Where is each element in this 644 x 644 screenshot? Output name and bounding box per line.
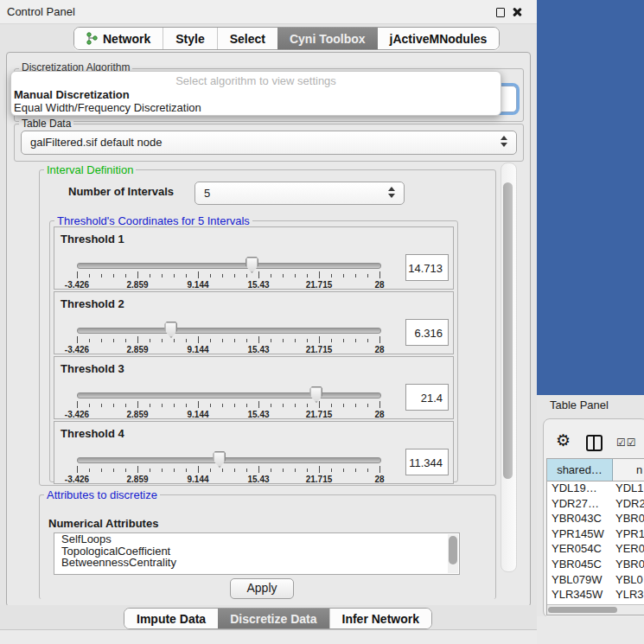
- slider-track[interactable]: [77, 263, 381, 269]
- tab-impute-data[interactable]: Impute Data: [124, 609, 218, 628]
- tab-discretize-data[interactable]: Discretize Data: [218, 609, 328, 628]
- tick-mark: [186, 469, 187, 472]
- close-icon[interactable]: [512, 7, 522, 17]
- table-data-combobox[interactable]: galFiltered.sif default node: [21, 131, 517, 155]
- tick-mark: [367, 404, 368, 407]
- number-of-intervals-spinner[interactable]: 5: [194, 182, 405, 205]
- tick-label: -3.426: [65, 475, 89, 484]
- tick-mark: [343, 404, 344, 407]
- tick-mark: [150, 404, 150, 407]
- attributes-list-scrollbar[interactable]: [448, 534, 458, 573]
- cyni-bottom-tabs: Impute Data Discretize Data Infer Networ…: [124, 608, 432, 629]
- tick-mark: [137, 401, 138, 408]
- tick-label: 9.144: [187, 345, 208, 354]
- tick-label: 2.859: [126, 410, 148, 419]
- threshold-2-value-field[interactable]: 6.316: [405, 319, 449, 346]
- tick-mark: [307, 469, 308, 472]
- control-panel-titlebar: Control Panel: [0, 0, 537, 24]
- tick-mark: [137, 271, 138, 278]
- application-window: Control Panel Network Style Select Cyni …: [0, 0, 644, 644]
- float-window-icon[interactable]: [496, 8, 505, 17]
- tick-label: 21.715: [306, 280, 333, 290]
- table-row[interactable]: YER054CYER0: [547, 541, 644, 557]
- tick-mark: [186, 339, 187, 342]
- tab-infer-network[interactable]: Infer Network: [329, 609, 431, 628]
- table-row[interactable]: YDL19…YDL1: [547, 481, 644, 496]
- slider-track[interactable]: [77, 457, 381, 463]
- threshold-1-slider: -3.4262.8599.14415.4321.71528: [77, 256, 380, 290]
- cell-name: YBR0: [615, 511, 644, 526]
- slider-ticks: [77, 466, 380, 474]
- tick-mark: [343, 469, 344, 472]
- tick-mark: [222, 469, 223, 472]
- table-row[interactable]: YBL079WYBL0: [547, 572, 644, 588]
- tab-network[interactable]: Network: [74, 28, 163, 49]
- apply-button[interactable]: Apply: [230, 578, 294, 599]
- tick-mark: [222, 274, 223, 277]
- node-table: shared… n YDL19…YDL1YDR27…YDR2YBR043CYBR…: [546, 458, 644, 615]
- tick-mark: [355, 274, 356, 277]
- scrollbar-thumb[interactable]: [503, 182, 513, 479]
- attribute-list-item[interactable]: BetweennessCentrality: [54, 557, 459, 569]
- attribute-list-item[interactable]: TopologicalCoefficient: [54, 545, 459, 558]
- tick-mark: [77, 401, 78, 408]
- tick-mark: [77, 271, 78, 278]
- panel-vertical-scrollbar[interactable]: [501, 163, 517, 572]
- right-bottom-area: [537, 616, 644, 644]
- table-row[interactable]: YBR045CYBR0: [547, 557, 644, 572]
- tab-select[interactable]: Select: [217, 28, 277, 49]
- slider-ticks: [77, 271, 380, 279]
- dropdown-item-manual-discretization[interactable]: Manual Discretization: [14, 88, 130, 101]
- tick-mark: [271, 274, 271, 277]
- table-row[interactable]: YDR27…YDR2: [547, 496, 644, 512]
- table-horizontal-scrollbar[interactable]: [547, 604, 644, 615]
- tick-mark: [295, 404, 296, 407]
- tick-label: 15.43: [247, 410, 269, 419]
- tick-label: 15.43: [247, 345, 269, 354]
- tab-style[interactable]: Style: [163, 28, 216, 49]
- threshold-row-4: Threshold 4 -3.4262.8599.14415.4321.7152…: [54, 421, 454, 484]
- slider-track[interactable]: [77, 392, 381, 399]
- tick-mark: [307, 404, 308, 407]
- tab-jactivemnodules[interactable]: jActiveMNodules: [378, 28, 500, 49]
- gear-icon[interactable]: ⚙: [556, 430, 571, 450]
- tick-mark: [271, 339, 271, 342]
- dropdown-item-equal-width-frequency[interactable]: Equal Width/Frequency Discretization: [14, 101, 201, 114]
- column-header-shared-name[interactable]: shared…: [547, 459, 613, 481]
- tick-mark: [137, 336, 138, 343]
- attribute-list-item[interactable]: SelfLoops: [54, 533, 459, 545]
- threshold-4-value-field[interactable]: 11.344: [405, 449, 449, 475]
- tab-cyni-toolbox[interactable]: Cyni Toolbox: [277, 28, 378, 49]
- threshold-3-value-field[interactable]: 21.4: [405, 384, 449, 411]
- tick-label: 28: [374, 410, 384, 419]
- column-header-name[interactable]: n: [636, 459, 642, 481]
- threshold-1-value-field[interactable]: 14.713: [405, 254, 449, 281]
- number-of-intervals-label: Number of Intervals: [68, 185, 174, 198]
- table-row[interactable]: YBR043CYBR0: [547, 511, 644, 526]
- tick-mark: [162, 339, 163, 342]
- threshold-2-label: Threshold 2: [61, 297, 124, 310]
- slider-ticks: [77, 336, 380, 344]
- table-row[interactable]: YLR345WYLR3: [547, 587, 644, 603]
- scrollbar-thumb[interactable]: [548, 607, 617, 613]
- tick-label: 21.715: [306, 345, 333, 354]
- table-row[interactable]: YPR145WYPR1: [547, 526, 644, 542]
- cell-shared-name: YDR27…: [552, 496, 599, 512]
- tick-mark: [379, 401, 380, 408]
- scrollbar-thumb[interactable]: [449, 536, 457, 564]
- tick-mark: [162, 274, 163, 277]
- slider-tick-labels: -3.4262.8599.14415.4321.71528: [77, 410, 380, 420]
- split-columns-icon[interactable]: [586, 435, 603, 451]
- cell-name: YPR1: [615, 526, 644, 542]
- tick-mark: [234, 274, 235, 277]
- tick-mark: [319, 271, 320, 278]
- threshold-3-label: Threshold 3: [61, 362, 124, 375]
- slider-track[interactable]: [77, 328, 381, 334]
- tick-mark: [125, 404, 126, 407]
- select-columns-checkboxes-icon[interactable]: ☑☑: [616, 437, 637, 449]
- tick-mark: [246, 404, 247, 407]
- tick-mark: [295, 339, 296, 342]
- slider-tick-labels: -3.4262.8599.14415.4321.71528: [77, 345, 380, 355]
- tab-label: Select: [230, 32, 265, 46]
- cell-name: YBL0: [615, 572, 643, 588]
